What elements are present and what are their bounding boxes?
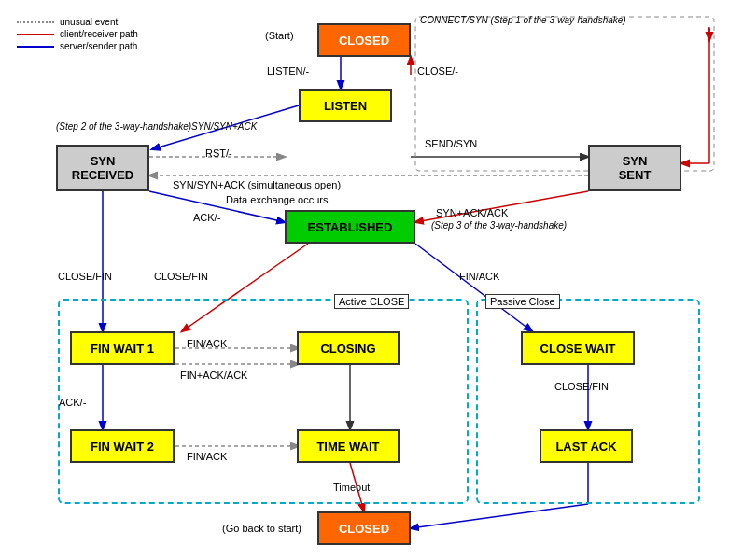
state-established: ESTABLISHED	[285, 210, 415, 244]
active-close-region	[58, 299, 469, 504]
label-fin-ack-tw: FIN/ACK	[187, 451, 227, 462]
label-syn-ack-ack: SYN+ACK/ACK	[436, 207, 508, 218]
label-step2: (Step 2 of the 3-way-handshake)SYN/SYN+A…	[56, 121, 257, 132]
label-step3: (Step 3 of the 3-way-handshake)	[431, 220, 567, 231]
state-listen: LISTEN	[299, 89, 392, 122]
passive-close-label: Passive Close	[485, 294, 560, 309]
legend: unusual event client/receiver path serve…	[17, 17, 138, 53]
legend-server: server/sender path	[60, 41, 137, 51]
active-close-label: Active CLOSE	[334, 294, 409, 309]
label-fin-ack-closing: FIN/ACK	[187, 338, 227, 349]
label-fin-ack-ack: FIN+ACK/ACK	[180, 370, 247, 381]
state-closed-top: CLOSED	[317, 23, 411, 57]
legend-unusual: unusual event	[60, 17, 118, 27]
label-close-dash: CLOSE/-	[417, 65, 458, 77]
tcp-state-diagram: unusual event client/receiver path serve…	[0, 0, 743, 560]
state-syn-received: SYNRECEIVED	[56, 145, 149, 191]
state-close-wait: CLOSE WAIT	[521, 331, 635, 365]
label-ack-fw2: ACK/-	[59, 397, 86, 408]
label-fin-ack-right: FIN/ACK	[459, 271, 499, 282]
passive-close-region	[476, 299, 700, 504]
state-last-ack: LAST ACK	[540, 429, 633, 463]
label-close-fin-left: CLOSE/FIN	[58, 271, 112, 282]
label-go-back: (Go back to start)	[222, 523, 301, 534]
label-ack: ACK/-	[193, 212, 220, 223]
label-rst: RST/-	[205, 147, 232, 159]
state-time-wait: TIME WAIT	[297, 429, 400, 463]
svg-line-21	[411, 504, 588, 528]
legend-client: client/receiver path	[60, 29, 138, 39]
label-start: (Start)	[265, 30, 294, 41]
label-timeout: Timeout	[333, 482, 370, 493]
label-close-fin-mid: CLOSE/FIN	[154, 271, 208, 282]
label-simultaneous-open: SYN/SYN+ACK (simultaneous open)	[173, 179, 341, 190]
label-listen-dash: LISTEN/-	[267, 65, 309, 77]
state-fin-wait-1: FIN WAIT 1	[70, 331, 175, 365]
state-fin-wait-2: FIN WAIT 2	[70, 429, 175, 463]
state-closing: CLOSING	[297, 331, 400, 365]
state-closed-bottom: CLOSED	[317, 511, 411, 545]
state-syn-sent: SYNSENT	[588, 145, 681, 191]
label-connect-syn: CONNECT/SYN (Step 1 of the 3-way-handsha…	[420, 15, 626, 25]
label-send-syn: SEND/SYN	[425, 138, 477, 149]
label-data-exchange: Data exchange occurs	[226, 194, 328, 205]
label-close-fin-cw: CLOSE/FIN	[554, 381, 609, 392]
